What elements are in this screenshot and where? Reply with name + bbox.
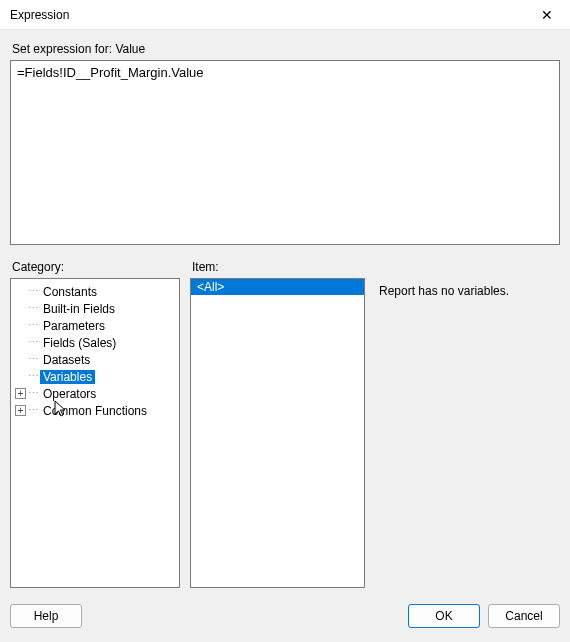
dialog-footer: Help OK Cancel (0, 596, 570, 638)
list-item-label: <All> (197, 280, 224, 294)
tree-connector-icon: ⋯ (28, 404, 38, 417)
description-spacer (377, 260, 560, 274)
tree-connector-icon: ⋯ (28, 319, 38, 332)
expression-label: Set expression for: Value (12, 42, 560, 56)
tree-item-label: Constants (40, 285, 100, 299)
close-icon[interactable]: ✕ (532, 7, 562, 23)
description-column: Report has no variables. (375, 258, 560, 588)
tree-item-operators[interactable]: +⋯ Operators (13, 385, 177, 402)
item-label: Item: (192, 260, 365, 274)
category-column: Category: ⋯ Constants ⋯ Built-in Fields … (10, 258, 180, 588)
tree-item-label: Operators (40, 387, 99, 401)
category-tree: ⋯ Constants ⋯ Built-in Fields ⋯ Paramete… (11, 279, 179, 423)
tree-item-label: Fields (Sales) (40, 336, 119, 350)
tree-item-label: Parameters (40, 319, 108, 333)
tree-connector-icon: ⋯ (28, 370, 38, 383)
tree-connector-icon: ⋯ (28, 302, 38, 315)
tree-item-common-functions[interactable]: +⋯ Common Functions (13, 402, 177, 419)
tree-item-label: Common Functions (40, 404, 150, 418)
tree-connector-icon: ⋯ (28, 285, 38, 298)
expand-icon[interactable]: + (15, 405, 26, 416)
tree-item-label: Datasets (40, 353, 93, 367)
tree-item-datasets[interactable]: ⋯ Datasets (13, 351, 177, 368)
expression-input[interactable] (10, 60, 560, 245)
titlebar: Expression ✕ (0, 0, 570, 30)
tree-item-variables[interactable]: ⋯ Variables (13, 368, 177, 385)
dialog-content: Set expression for: Value Category: ⋯ Co… (0, 30, 570, 596)
description-text: Report has no variables. (375, 278, 560, 304)
tree-item-fields[interactable]: ⋯ Fields (Sales) (13, 334, 177, 351)
tree-item-parameters[interactable]: ⋯ Parameters (13, 317, 177, 334)
help-button[interactable]: Help (10, 604, 82, 628)
tree-item-label: Built-in Fields (40, 302, 118, 316)
item-list-panel[interactable]: <All> (190, 278, 365, 588)
tree-connector-icon: ⋯ (28, 336, 38, 349)
tree-item-label: Variables (40, 370, 95, 384)
middle-panels: Category: ⋯ Constants ⋯ Built-in Fields … (10, 258, 560, 588)
tree-connector-icon: ⋯ (28, 387, 38, 400)
list-item-all[interactable]: <All> (191, 279, 364, 295)
window-title: Expression (10, 8, 69, 22)
expand-icon[interactable]: + (15, 388, 26, 399)
tree-item-constants[interactable]: ⋯ Constants (13, 283, 177, 300)
category-label: Category: (12, 260, 180, 274)
ok-button[interactable]: OK (408, 604, 480, 628)
footer-right-group: OK Cancel (408, 604, 560, 628)
cancel-button[interactable]: Cancel (488, 604, 560, 628)
category-tree-panel[interactable]: ⋯ Constants ⋯ Built-in Fields ⋯ Paramete… (10, 278, 180, 588)
tree-connector-icon: ⋯ (28, 353, 38, 366)
item-column: Item: <All> (190, 258, 365, 588)
tree-item-builtin-fields[interactable]: ⋯ Built-in Fields (13, 300, 177, 317)
